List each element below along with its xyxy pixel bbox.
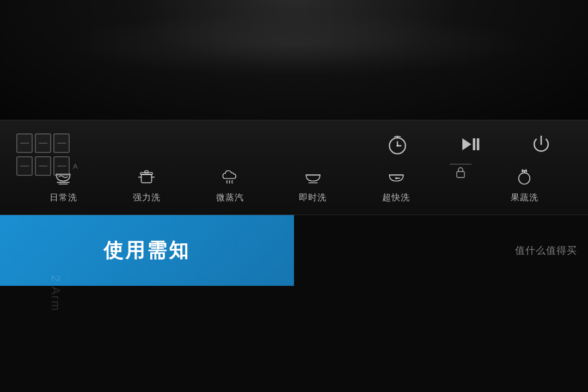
digit-2 (35, 133, 51, 153)
svg-rect-12 (145, 171, 148, 173)
instant-wash-label: 即时洗 (299, 192, 327, 204)
mode-steam-button[interactable]: 微蒸汽 (200, 164, 260, 204)
mode-strong-button[interactable]: 强力洗 (117, 164, 176, 204)
svg-point-19 (519, 173, 530, 184)
brand-section: 值什么值得买 (294, 215, 588, 286)
daily-wash-label: 日常洗 (50, 192, 77, 204)
digit-6 (53, 156, 70, 176)
fast-wash-label: 超快洗 (382, 192, 410, 204)
power-button[interactable] (527, 130, 555, 158)
svg-rect-18 (457, 171, 464, 177)
control-panel: A (0, 120, 588, 215)
svg-point-4 (396, 145, 399, 147)
display-top-row (16, 133, 103, 153)
fast-wash-icon (386, 164, 407, 188)
instant-wash-icon (303, 164, 323, 188)
brand-label: 值什么值得买 (515, 244, 577, 257)
mode-fast-button[interactable]: 超快洗 (366, 164, 426, 204)
steam-icon (219, 164, 240, 188)
timer-icon (383, 130, 412, 158)
digit-1 (16, 133, 33, 153)
steam-label: 微蒸汽 (216, 192, 244, 204)
lock-divider (450, 164, 471, 181)
digital-display: A (16, 130, 103, 179)
arm-watermark: 2 Arm (8, 238, 103, 349)
lock-icon (456, 167, 465, 179)
digit-5 (35, 156, 51, 176)
digit-4 (16, 156, 33, 176)
timer-button[interactable] (383, 130, 412, 158)
svg-rect-10 (142, 174, 152, 183)
mode-instant-button[interactable]: 即时洗 (283, 164, 343, 204)
mode-fruit-button[interactable]: 果蔬洗 (494, 164, 554, 204)
play-pause-button[interactable] (455, 130, 483, 158)
strong-wash-label: 强力洗 (133, 192, 161, 204)
fruit-wash-label: 果蔬洗 (511, 192, 538, 204)
fruit-wash-icon (514, 164, 535, 188)
svg-marker-5 (462, 138, 471, 150)
display-bottom-row: A (16, 156, 103, 176)
digit-3 (53, 133, 70, 153)
arm-text: 2 Arm (48, 275, 63, 311)
top-glossy-surface (0, 0, 588, 120)
svg-rect-6 (473, 138, 475, 150)
strong-wash-icon (136, 164, 157, 188)
display-suffix: A (73, 162, 78, 170)
notice-label: 使用需知 (103, 237, 191, 264)
play-pause-icon (455, 130, 483, 158)
lock-line (450, 164, 471, 164)
power-icon (527, 130, 555, 158)
svg-rect-7 (477, 138, 480, 150)
